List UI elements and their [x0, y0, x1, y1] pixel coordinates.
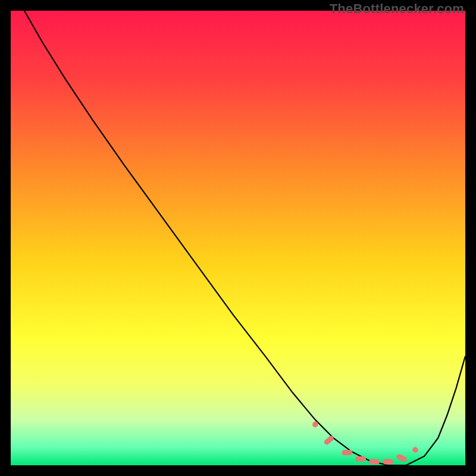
chart-svg	[11, 11, 465, 465]
optimal-mark	[342, 450, 352, 455]
optimal-mark	[369, 459, 380, 464]
chart-frame	[11, 11, 465, 465]
optimal-mark	[355, 456, 366, 462]
gradient-background	[11, 11, 465, 465]
watermark-text: TheBottlenecker.com	[330, 1, 464, 17]
optimal-mark	[383, 459, 393, 464]
